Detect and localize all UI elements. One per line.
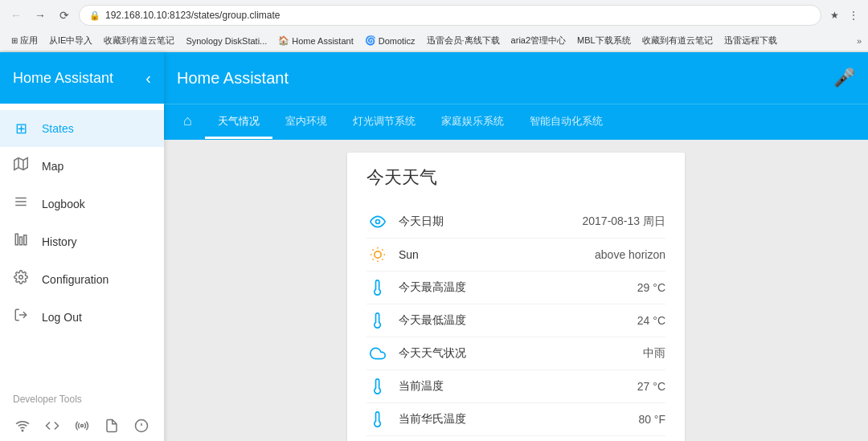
sidebar-toggle-button[interactable]: ‹ — [145, 69, 151, 88]
developer-tools-section: Developer Tools — [0, 384, 164, 441]
bookmarks-more[interactable]: » — [857, 36, 862, 46]
logbook-label: Logbook — [42, 198, 85, 210]
tab-weather-label: 天气情况 — [218, 114, 260, 129]
code-tool-button[interactable] — [43, 414, 63, 437]
min-temp-value: 24 °C — [637, 314, 665, 327]
max-temp-value: 29 °C — [637, 281, 665, 294]
bookmark-label: 迅雷会员·离线下载 — [427, 35, 500, 47]
sidebar-header: Home Assistant ‹ — [0, 52, 164, 104]
bookmark-xunlei-remote[interactable]: 迅雷远程下载 — [719, 33, 782, 48]
history-label: History — [42, 235, 77, 248]
sidebar-item-map[interactable]: Map — [0, 147, 164, 185]
menu-button[interactable]: ⋮ — [845, 7, 862, 23]
weather-card: 今天天气 今天日期 2017-08-13 周日 — [347, 153, 685, 441]
bookmark-ha[interactable]: 🏠 Home Assistant — [273, 34, 358, 47]
star-button[interactable]: ★ — [826, 7, 842, 23]
sidebar-item-logbook[interactable]: Logbook — [0, 185, 164, 223]
mic-button[interactable]: 🎤 — [833, 67, 855, 88]
thermometer-fahrenheit-icon — [366, 411, 389, 427]
home-tab-icon: ⌂ — [183, 112, 192, 129]
tab-automation-label: 智能自动化系统 — [530, 114, 603, 129]
tab-automation[interactable]: 智能自动化系统 — [517, 106, 616, 139]
min-temp-label: 今天最低温度 — [389, 313, 637, 328]
weather-row-condition: 今天天气状况 中雨 — [366, 337, 665, 370]
app-container: Home Assistant ‹ ⊞ States Map — [0, 52, 868, 441]
file-tool-button[interactable] — [101, 414, 121, 437]
back-button[interactable]: ← — [6, 6, 26, 25]
bookmark-label: Home Assistant — [292, 36, 353, 46]
content-area: 今天天气 今天日期 2017-08-13 周日 — [164, 140, 868, 441]
states-icon: ⊞ — [13, 120, 29, 137]
bookmark-xunlei[interactable]: 迅雷会员·离线下载 — [422, 33, 505, 48]
svg-point-11 — [23, 430, 24, 431]
forward-button[interactable]: → — [31, 6, 50, 25]
weather-row-humidity: 当前湿度 88% — [366, 436, 665, 441]
fahrenheit-value: 80 °F — [638, 413, 665, 426]
tab-indoor[interactable]: 室内环境 — [272, 106, 340, 139]
bookmark-youdao2[interactable]: 收藏到有道云笔记 — [637, 33, 718, 48]
svg-line-21 — [382, 259, 383, 259]
tab-home[interactable]: ⌂ — [170, 104, 205, 140]
bookmark-icon: 🏠 — [278, 35, 289, 46]
sidebar-title: Home Assistant — [13, 70, 113, 87]
weather-row-max-temp: 今天最高温度 29 °C — [366, 272, 665, 304]
bookmark-label: Domoticz — [379, 36, 416, 46]
configuration-icon — [13, 270, 29, 288]
condition-value: 中雨 — [643, 346, 665, 361]
radio-tool-button[interactable] — [72, 414, 92, 437]
bookmark-domoticz[interactable]: 🌀 Domoticz — [360, 34, 420, 47]
browser-chrome: ← → ⟳ 🔒 192.168.10.10:8123/states/group.… — [0, 0, 868, 52]
bookmarks-bar: ⊞ 应用 从IE中导入 收藏到有道云笔记 Synology DiskStati.… — [0, 31, 868, 51]
current-temp-value: 27 °C — [637, 380, 665, 393]
bookmark-ie[interactable]: 从IE中导入 — [44, 33, 97, 48]
bookmark-label: Synology DiskStati... — [186, 36, 267, 46]
bookmark-apps[interactable]: ⊞ 应用 — [6, 33, 43, 48]
bookmark-aria2[interactable]: aria2管理中心 — [506, 33, 571, 48]
main-content: Home Assistant 🎤 ⌂ 天气情况 室内环境 灯光调节系统 家庭娱乐… — [164, 52, 868, 441]
eye-icon — [366, 214, 389, 230]
weather-row-current-temp: 当前温度 27 °C — [366, 370, 665, 403]
tab-lights-label: 灯光调节系统 — [353, 114, 416, 129]
info-tool-button[interactable] — [131, 414, 151, 437]
wifi-tool-button[interactable] — [13, 414, 33, 437]
apps-icon: ⊞ — [11, 36, 18, 45]
sidebar-item-logout[interactable]: Log Out — [0, 298, 164, 336]
tab-weather[interactable]: 天气情况 — [205, 106, 272, 139]
weather-row-min-temp: 今天最低温度 24 °C — [366, 304, 665, 337]
top-bar: Home Assistant 🎤 — [164, 52, 868, 104]
cloud-icon — [366, 345, 389, 361]
logout-icon — [13, 308, 29, 326]
weather-row-sun: Sun above horizon — [366, 239, 665, 272]
map-icon — [13, 157, 29, 175]
svg-line-20 — [373, 250, 374, 251]
sidebar-item-history[interactable]: History — [0, 223, 164, 260]
sun-icon — [366, 247, 389, 263]
thermometer-max-icon — [366, 280, 389, 296]
bookmark-mbl[interactable]: MBL下载系统 — [572, 33, 636, 48]
thermometer-current-icon — [366, 378, 389, 394]
bookmark-youdao1[interactable]: 收藏到有道云笔记 — [99, 33, 179, 48]
current-temp-label: 当前温度 — [389, 379, 637, 394]
map-label: Map — [42, 160, 63, 173]
top-bar-title: Home Assistant — [177, 69, 833, 88]
refresh-button[interactable]: ⟳ — [55, 6, 74, 25]
svg-line-25 — [382, 250, 383, 251]
tab-entertainment-label: 家庭娱乐系统 — [441, 114, 504, 129]
date-label: 今天日期 — [389, 214, 582, 229]
tab-lights[interactable]: 灯光调节系统 — [340, 106, 428, 139]
sun-value: above horizon — [595, 248, 665, 261]
bookmark-label: 迅雷远程下载 — [724, 35, 777, 47]
svg-marker-0 — [14, 158, 28, 170]
sidebar-item-states[interactable]: ⊞ States — [0, 110, 164, 147]
sidebar-item-configuration[interactable]: Configuration — [0, 260, 164, 298]
url-text: 192.168.10.10:8123/states/group.climate — [105, 10, 811, 21]
svg-point-9 — [19, 276, 23, 280]
tab-entertainment[interactable]: 家庭娱乐系统 — [428, 106, 517, 139]
logbook-icon — [13, 194, 29, 213]
address-bar[interactable]: 🔒 192.168.10.10:8123/states/group.climat… — [79, 5, 821, 26]
bookmark-synology[interactable]: Synology DiskStati... — [181, 35, 272, 47]
developer-tools-bar — [0, 408, 164, 441]
bookmark-icon: 🌀 — [365, 35, 376, 46]
weather-row-date: 今天日期 2017-08-13 周日 — [366, 206, 665, 239]
svg-line-24 — [373, 259, 374, 259]
